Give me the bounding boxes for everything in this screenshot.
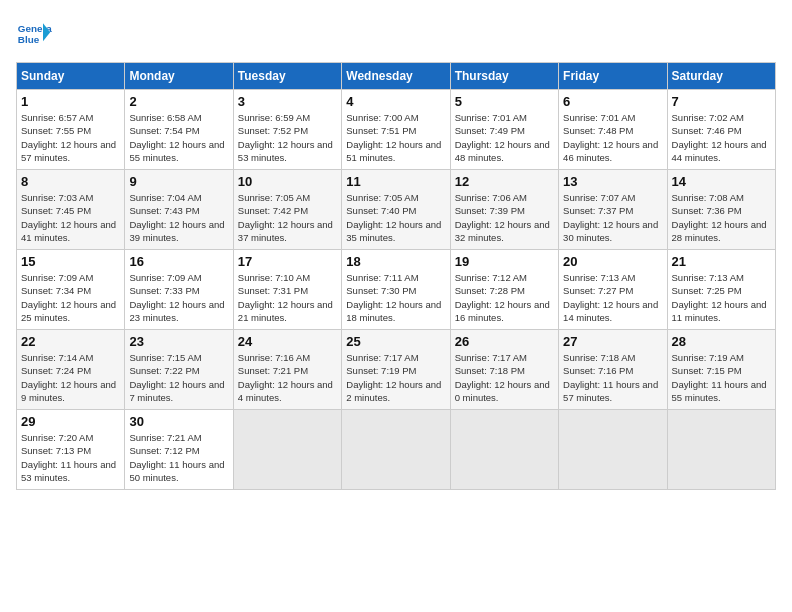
day-cell: 21 Sunrise: 7:13 AMSunset: 7:25 PMDaylig…: [667, 250, 775, 330]
week-row-1: 1 Sunrise: 6:57 AMSunset: 7:55 PMDayligh…: [17, 90, 776, 170]
day-detail: Sunrise: 7:18 AMSunset: 7:16 PMDaylight:…: [563, 352, 658, 403]
day-detail: Sunrise: 7:09 AMSunset: 7:33 PMDaylight:…: [129, 272, 224, 323]
day-detail: Sunrise: 7:06 AMSunset: 7:39 PMDaylight:…: [455, 192, 550, 243]
day-detail: Sunrise: 7:20 AMSunset: 7:13 PMDaylight:…: [21, 432, 116, 483]
logo: General Blue: [16, 16, 52, 52]
day-number: 19: [455, 254, 554, 269]
day-cell: 28 Sunrise: 7:19 AMSunset: 7:15 PMDaylig…: [667, 330, 775, 410]
day-detail: Sunrise: 7:21 AMSunset: 7:12 PMDaylight:…: [129, 432, 224, 483]
header: General Blue: [16, 16, 776, 52]
day-header-saturday: Saturday: [667, 63, 775, 90]
day-detail: Sunrise: 6:57 AMSunset: 7:55 PMDaylight:…: [21, 112, 116, 163]
day-number: 28: [672, 334, 771, 349]
day-number: 27: [563, 334, 662, 349]
day-detail: Sunrise: 7:09 AMSunset: 7:34 PMDaylight:…: [21, 272, 116, 323]
day-detail: Sunrise: 6:59 AMSunset: 7:52 PMDaylight:…: [238, 112, 333, 163]
day-number: 12: [455, 174, 554, 189]
day-detail: Sunrise: 7:05 AMSunset: 7:42 PMDaylight:…: [238, 192, 333, 243]
day-detail: Sunrise: 6:58 AMSunset: 7:54 PMDaylight:…: [129, 112, 224, 163]
day-cell: 17 Sunrise: 7:10 AMSunset: 7:31 PMDaylig…: [233, 250, 341, 330]
day-number: 24: [238, 334, 337, 349]
day-number: 8: [21, 174, 120, 189]
day-cell: 9 Sunrise: 7:04 AMSunset: 7:43 PMDayligh…: [125, 170, 233, 250]
day-cell: 24 Sunrise: 7:16 AMSunset: 7:21 PMDaylig…: [233, 330, 341, 410]
day-cell: 22 Sunrise: 7:14 AMSunset: 7:24 PMDaylig…: [17, 330, 125, 410]
day-cell: 4 Sunrise: 7:00 AMSunset: 7:51 PMDayligh…: [342, 90, 450, 170]
day-header-wednesday: Wednesday: [342, 63, 450, 90]
day-detail: Sunrise: 7:13 AMSunset: 7:27 PMDaylight:…: [563, 272, 658, 323]
day-cell: 13 Sunrise: 7:07 AMSunset: 7:37 PMDaylig…: [559, 170, 667, 250]
day-detail: Sunrise: 7:12 AMSunset: 7:28 PMDaylight:…: [455, 272, 550, 323]
day-cell: [450, 410, 558, 490]
day-cell: 27 Sunrise: 7:18 AMSunset: 7:16 PMDaylig…: [559, 330, 667, 410]
day-header-tuesday: Tuesday: [233, 63, 341, 90]
day-cell: 7 Sunrise: 7:02 AMSunset: 7:46 PMDayligh…: [667, 90, 775, 170]
day-number: 7: [672, 94, 771, 109]
day-header-friday: Friday: [559, 63, 667, 90]
day-cell: 19 Sunrise: 7:12 AMSunset: 7:28 PMDaylig…: [450, 250, 558, 330]
day-detail: Sunrise: 7:03 AMSunset: 7:45 PMDaylight:…: [21, 192, 116, 243]
day-cell: [342, 410, 450, 490]
day-number: 23: [129, 334, 228, 349]
day-number: 26: [455, 334, 554, 349]
day-number: 22: [21, 334, 120, 349]
day-cell: 3 Sunrise: 6:59 AMSunset: 7:52 PMDayligh…: [233, 90, 341, 170]
logo-icon: General Blue: [16, 16, 52, 52]
day-cell: 5 Sunrise: 7:01 AMSunset: 7:49 PMDayligh…: [450, 90, 558, 170]
day-number: 16: [129, 254, 228, 269]
day-cell: 26 Sunrise: 7:17 AMSunset: 7:18 PMDaylig…: [450, 330, 558, 410]
day-detail: Sunrise: 7:11 AMSunset: 7:30 PMDaylight:…: [346, 272, 441, 323]
day-detail: Sunrise: 7:17 AMSunset: 7:18 PMDaylight:…: [455, 352, 550, 403]
day-cell: 20 Sunrise: 7:13 AMSunset: 7:27 PMDaylig…: [559, 250, 667, 330]
day-detail: Sunrise: 7:04 AMSunset: 7:43 PMDaylight:…: [129, 192, 224, 243]
day-cell: [667, 410, 775, 490]
day-number: 5: [455, 94, 554, 109]
day-header-sunday: Sunday: [17, 63, 125, 90]
day-cell: [233, 410, 341, 490]
day-cell: 23 Sunrise: 7:15 AMSunset: 7:22 PMDaylig…: [125, 330, 233, 410]
svg-text:Blue: Blue: [18, 34, 40, 45]
header-row: SundayMondayTuesdayWednesdayThursdayFrid…: [17, 63, 776, 90]
day-number: 13: [563, 174, 662, 189]
day-detail: Sunrise: 7:08 AMSunset: 7:36 PMDaylight:…: [672, 192, 767, 243]
day-detail: Sunrise: 7:01 AMSunset: 7:48 PMDaylight:…: [563, 112, 658, 163]
day-number: 20: [563, 254, 662, 269]
day-number: 15: [21, 254, 120, 269]
day-number: 14: [672, 174, 771, 189]
day-detail: Sunrise: 7:00 AMSunset: 7:51 PMDaylight:…: [346, 112, 441, 163]
day-header-monday: Monday: [125, 63, 233, 90]
day-number: 9: [129, 174, 228, 189]
day-number: 2: [129, 94, 228, 109]
day-cell: 14 Sunrise: 7:08 AMSunset: 7:36 PMDaylig…: [667, 170, 775, 250]
day-number: 25: [346, 334, 445, 349]
day-detail: Sunrise: 7:15 AMSunset: 7:22 PMDaylight:…: [129, 352, 224, 403]
week-row-4: 22 Sunrise: 7:14 AMSunset: 7:24 PMDaylig…: [17, 330, 776, 410]
calendar-table: SundayMondayTuesdayWednesdayThursdayFrid…: [16, 62, 776, 490]
day-cell: 30 Sunrise: 7:21 AMSunset: 7:12 PMDaylig…: [125, 410, 233, 490]
day-cell: 1 Sunrise: 6:57 AMSunset: 7:55 PMDayligh…: [17, 90, 125, 170]
day-cell: 12 Sunrise: 7:06 AMSunset: 7:39 PMDaylig…: [450, 170, 558, 250]
day-number: 10: [238, 174, 337, 189]
day-cell: 29 Sunrise: 7:20 AMSunset: 7:13 PMDaylig…: [17, 410, 125, 490]
day-detail: Sunrise: 7:01 AMSunset: 7:49 PMDaylight:…: [455, 112, 550, 163]
day-cell: 25 Sunrise: 7:17 AMSunset: 7:19 PMDaylig…: [342, 330, 450, 410]
day-detail: Sunrise: 7:14 AMSunset: 7:24 PMDaylight:…: [21, 352, 116, 403]
day-number: 4: [346, 94, 445, 109]
day-cell: [559, 410, 667, 490]
day-cell: 8 Sunrise: 7:03 AMSunset: 7:45 PMDayligh…: [17, 170, 125, 250]
day-cell: 2 Sunrise: 6:58 AMSunset: 7:54 PMDayligh…: [125, 90, 233, 170]
day-detail: Sunrise: 7:17 AMSunset: 7:19 PMDaylight:…: [346, 352, 441, 403]
day-detail: Sunrise: 7:07 AMSunset: 7:37 PMDaylight:…: [563, 192, 658, 243]
day-cell: 15 Sunrise: 7:09 AMSunset: 7:34 PMDaylig…: [17, 250, 125, 330]
day-number: 18: [346, 254, 445, 269]
day-detail: Sunrise: 7:02 AMSunset: 7:46 PMDaylight:…: [672, 112, 767, 163]
day-detail: Sunrise: 7:05 AMSunset: 7:40 PMDaylight:…: [346, 192, 441, 243]
day-header-thursday: Thursday: [450, 63, 558, 90]
week-row-5: 29 Sunrise: 7:20 AMSunset: 7:13 PMDaylig…: [17, 410, 776, 490]
day-number: 30: [129, 414, 228, 429]
day-cell: 11 Sunrise: 7:05 AMSunset: 7:40 PMDaylig…: [342, 170, 450, 250]
day-cell: 10 Sunrise: 7:05 AMSunset: 7:42 PMDaylig…: [233, 170, 341, 250]
day-detail: Sunrise: 7:10 AMSunset: 7:31 PMDaylight:…: [238, 272, 333, 323]
day-number: 21: [672, 254, 771, 269]
day-cell: 6 Sunrise: 7:01 AMSunset: 7:48 PMDayligh…: [559, 90, 667, 170]
